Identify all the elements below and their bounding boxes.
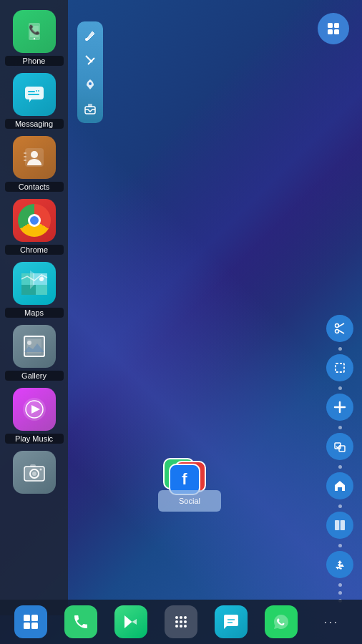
inbox-icon[interactable] [82, 100, 99, 117]
sidebar-item-phone[interactable]: 📞 Phone [2, 6, 67, 69]
dock-phone[interactable] [64, 605, 97, 638]
multiselect-button[interactable] [326, 433, 353, 460]
recycle-button[interactable] [326, 551, 353, 578]
svg-rect-11 [24, 160, 26, 161]
svg-rect-14 [21, 285, 36, 295]
dot-2 [338, 386, 342, 390]
svg-rect-42 [336, 364, 344, 372]
sidebar-item-contacts[interactable]: Contacts [2, 132, 67, 195]
svg-rect-35 [334, 23, 339, 28]
svg-rect-50 [24, 615, 30, 621]
book-button[interactable] [326, 512, 353, 539]
svg-point-38 [336, 324, 339, 328]
svg-point-20 [27, 341, 31, 345]
svg-rect-51 [31, 615, 38, 621]
svg-line-41 [338, 331, 344, 334]
gallery-icon [13, 325, 56, 368]
maps-label: Maps [5, 308, 64, 318]
dot-7 [338, 583, 342, 587]
svg-rect-15 [36, 285, 47, 295]
svg-point-57 [175, 620, 178, 623]
svg-rect-37 [334, 29, 339, 34]
left-toolbar [77, 21, 103, 123]
svg-point-55 [180, 616, 182, 619]
top-right-menu-button[interactable] [318, 13, 349, 44]
svg-rect-53 [31, 623, 38, 629]
folder-name: Social [179, 497, 200, 505]
svg-rect-4 [28, 94, 39, 95]
folder-tray: Social [158, 490, 221, 512]
svg-rect-48 [341, 520, 345, 530]
add-button[interactable] [326, 394, 353, 421]
dot-4 [338, 465, 342, 469]
dot-5 [338, 504, 342, 508]
dot-6 [338, 544, 342, 547]
sidebar-item-messaging[interactable]: Messaging [2, 69, 67, 132]
svg-text:📞: 📞 [29, 24, 41, 36]
dock-launcher[interactable] [14, 605, 47, 638]
svg-point-27 [39, 469, 41, 471]
sidebar-item-gallery[interactable]: Gallery [2, 321, 67, 384]
select-button[interactable] [326, 354, 353, 381]
play-music-label: Play Music [5, 434, 64, 444]
tools-icon[interactable] [82, 52, 99, 69]
svg-rect-52 [24, 623, 30, 629]
svg-rect-26 [30, 464, 36, 467]
bottom-dock: ··· [0, 600, 362, 644]
svg-point-61 [180, 625, 182, 628]
dot-1 [338, 347, 342, 351]
dot-8 [338, 591, 342, 595]
dock-messenger[interactable] [215, 605, 248, 638]
dock-grid[interactable] [165, 605, 197, 638]
svg-rect-36 [328, 29, 333, 34]
svg-rect-47 [335, 520, 339, 530]
phone-label: Phone [5, 56, 64, 66]
svg-rect-10 [24, 156, 26, 157]
messaging-icon [13, 73, 56, 116]
contacts-icon [13, 136, 56, 179]
dock-whatsapp[interactable] [265, 605, 298, 638]
sidebar-item-maps[interactable]: Maps [2, 258, 67, 321]
svg-rect-33 [88, 104, 92, 107]
svg-line-40 [338, 323, 344, 327]
sidebar-item-play-music[interactable]: Play Music [2, 384, 67, 447]
svg-rect-2 [25, 87, 44, 99]
svg-point-56 [184, 616, 187, 619]
sidebar-item-camera[interactable] [2, 447, 67, 499]
right-toolbar [326, 315, 353, 603]
svg-point-54 [175, 616, 178, 619]
scissors-button[interactable] [326, 315, 353, 342]
svg-rect-9 [24, 152, 26, 154]
phone-icon: 📞 [13, 10, 56, 53]
messaging-label: Messaging [5, 119, 64, 129]
maps-icon [13, 262, 56, 305]
rocket-icon[interactable] [82, 76, 99, 93]
svg-point-60 [175, 625, 178, 628]
dock-more-button[interactable]: ··· [315, 605, 348, 638]
svg-point-31 [89, 82, 92, 85]
svg-point-62 [184, 625, 187, 628]
contacts-label: Contacts [5, 182, 64, 192]
music-icon [13, 388, 56, 431]
svg-point-58 [180, 620, 182, 623]
dot-3 [338, 426, 342, 429]
home-button[interactable] [326, 472, 353, 499]
svg-point-8 [31, 151, 38, 158]
svg-point-28 [85, 38, 88, 41]
social-folder[interactable]: f Social [157, 458, 222, 512]
gallery-label: Gallery [5, 371, 64, 381]
folder-icon-stack: f Social [157, 458, 222, 512]
chrome-label: Chrome [5, 245, 64, 255]
sidebar-item-chrome[interactable]: Chrome [2, 195, 67, 258]
chrome-icon [13, 199, 56, 242]
svg-rect-3 [28, 91, 35, 92]
app-sidebar: 📞 Phone Messaging [0, 0, 68, 615]
svg-point-39 [336, 330, 339, 333]
svg-point-6 [38, 90, 39, 92]
paint-icon[interactable] [82, 27, 99, 44]
svg-point-59 [184, 620, 187, 623]
svg-point-5 [36, 90, 37, 92]
dock-play-store[interactable] [114, 605, 147, 638]
svg-rect-32 [85, 107, 95, 114]
svg-rect-34 [328, 23, 333, 28]
